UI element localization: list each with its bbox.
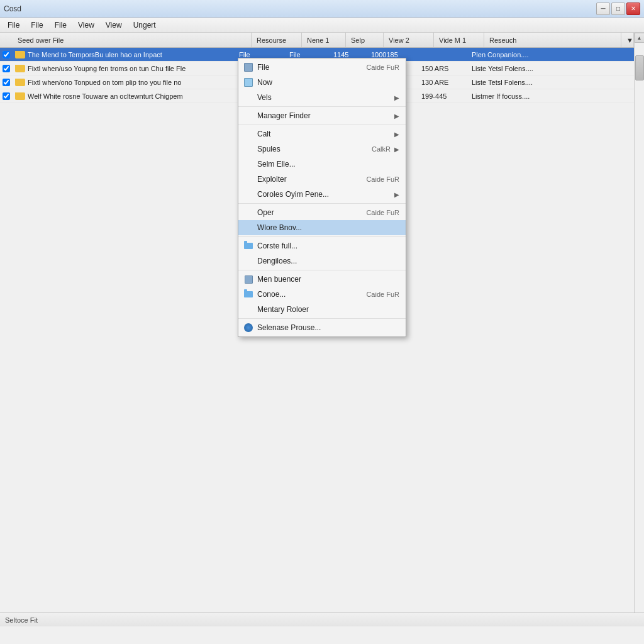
cell-videm-2: 130 ARE [419, 79, 469, 86]
ctx-item-manager-finder[interactable]: Manager Finder ▶ [238, 108, 406, 123]
cell-reseuch-0: Plen Conpanion.... [469, 51, 634, 58]
ctx-item-spules[interactable]: Spules CalkR ▶ [238, 142, 406, 157]
ctx-item-oper[interactable]: Oper Caide FuR [238, 205, 406, 220]
col-header-reseuch[interactable]: Reseuch [484, 33, 621, 47]
ctx-item-men-buencer[interactable]: Men buencer [238, 272, 406, 287]
folder2-icon [243, 289, 253, 299]
status-bar: Seltoce Fit [0, 613, 644, 626]
row-checkbox-0[interactable] [0, 51, 13, 58]
empty-icon-12 [243, 256, 253, 266]
col-header-selp[interactable]: Selp [346, 33, 384, 47]
ctx-arrow-coroles-oyim: ▶ [394, 191, 399, 198]
cube-icon [243, 274, 253, 284]
separator-after-15 [238, 318, 406, 319]
ctx-item-mentary-roloer[interactable]: Mentary Roloer [238, 302, 406, 317]
cell-reseuch-1: Liste Yetsl Folens.... [469, 65, 634, 72]
ctx-label-calt: Calt [257, 130, 391, 138]
empty-icon-4 [243, 129, 253, 139]
ctx-arrow-calt: ▶ [394, 131, 399, 138]
col-header-view2[interactable]: View 2 [384, 33, 434, 47]
row-checkbox-3[interactable] [0, 92, 13, 100]
menu-view-2[interactable]: View [101, 19, 127, 31]
menu-file-2[interactable]: File [26, 19, 48, 31]
ctx-label-manager-finder: Manager Finder [257, 111, 391, 120]
cell-reseuch-3: Listmer If focuss.... [469, 92, 634, 100]
menu-bar: File File File View View Ungert [0, 18, 644, 33]
ctx-label-corste-full: Corste full... [257, 242, 399, 250]
ctx-label-mentary-roloer: Mentary Roloer [257, 305, 399, 314]
empty-icon-9 [243, 208, 253, 218]
scrollbar-vertical[interactable]: ▲ ▼ [634, 33, 644, 626]
ctx-label-now: Now [257, 78, 399, 87]
menu-file-1[interactable]: File [3, 19, 25, 31]
col-header-dropdown[interactable]: ▼ [621, 33, 634, 47]
minimize-button[interactable]: ─ [596, 3, 610, 15]
folder-icon [15, 65, 25, 72]
ctx-shortcut-file: Caide FuR [366, 64, 399, 71]
row-checkbox-2[interactable] [0, 79, 13, 86]
cell-resource-0: File [236, 51, 287, 58]
col-header-nene[interactable]: Nene 1 [302, 33, 346, 47]
col-header-name[interactable]: Seed ower File [13, 33, 252, 47]
separator-after-3 [238, 125, 406, 125]
ctx-label-selm-elle: Selm Elle... [257, 160, 399, 169]
cell-nene-0: File [287, 51, 331, 58]
ctx-label-men-buencer: Men buencer [257, 275, 399, 284]
ctx-item-now[interactable]: Now [238, 75, 406, 90]
folder-icon [15, 79, 25, 86]
ctx-label-file: File [257, 63, 362, 72]
ctx-item-conoe[interactable]: Conoe... Caide FuR [238, 287, 406, 302]
context-menu: File Caide FuR Now Vels ▶ Manager Finder… [238, 58, 406, 337]
earth-icon [243, 323, 253, 333]
ctx-item-selm-elle[interactable]: Selm Elle... [238, 157, 406, 172]
separator-after-10 [238, 236, 406, 237]
empty-icon-7 [243, 174, 253, 184]
cell-videm-1: 150 ARS [419, 65, 469, 72]
ctx-label-conoe: Conoe... [257, 290, 362, 299]
ctx-item-dengiloes[interactable]: Dengiloes... [238, 253, 406, 269]
title-bar: Cosd ─ □ ✕ [0, 0, 644, 18]
cell-name-0: The Mend to TemporsBu ulen hao an Inpact [13, 51, 236, 58]
scroll-thumb[interactable] [635, 55, 644, 80]
menu-file-3[interactable]: File [50, 19, 72, 31]
cell-name-3: Welf White rosne Touware an ocltewnturt … [13, 92, 236, 100]
col-header-videm[interactable]: Vide M 1 [434, 33, 484, 47]
ctx-label-selenase-prouse: Selenase Prouse... [257, 323, 399, 332]
ctx-label-coroles-oyim: Coroles Oyim Pene... [257, 190, 391, 199]
file-icon [243, 62, 253, 72]
ctx-label-wlore-bnov: Wlore Bnov... [257, 223, 399, 232]
cell-view2-0: 1000185 [369, 51, 419, 58]
empty-icon-6 [243, 159, 253, 169]
menu-view-1[interactable]: View [73, 19, 99, 31]
ctx-item-calt[interactable]: Calt ▶ [238, 126, 406, 142]
maximize-button[interactable]: □ [611, 3, 625, 15]
status-text: Seltoce Fit [5, 616, 38, 624]
ctx-shortcut-conoe: Caide FuR [366, 291, 399, 298]
row-checkbox-1[interactable] [0, 65, 13, 72]
empty-icon-3 [243, 111, 253, 121]
ctx-shortcut-spules: CalkR [372, 145, 391, 153]
menu-ungert[interactable]: Ungert [128, 19, 161, 31]
title-bar-left: Cosd [4, 4, 21, 13]
scroll-up-arrow[interactable]: ▲ [635, 33, 645, 43]
ctx-item-wlore-bnov[interactable]: Wlore Bnov... [238, 220, 406, 235]
ctx-label-spules: Spules [257, 145, 368, 153]
empty-icon-10 [243, 223, 253, 233]
ctx-item-vels[interactable]: Vels ▶ [238, 90, 406, 105]
cell-name-2: Fixtl when/ono Tonpued on tom plip tno y… [13, 79, 236, 86]
empty-icon-8 [243, 189, 253, 199]
separator-after-2 [238, 106, 406, 107]
ctx-label-dengiloes: Dengiloes... [257, 257, 399, 265]
folder-icon [15, 51, 25, 58]
ctx-item-exploiter[interactable]: Exploiter Caide FuR [238, 172, 406, 187]
column-headers: Seed ower File Resourse Nene 1 Selp View… [0, 33, 634, 48]
close-button[interactable]: ✕ [626, 3, 640, 15]
ctx-item-corste-full[interactable]: Corste full... [238, 238, 406, 253]
ctx-item-coroles-oyim[interactable]: Coroles Oyim Pene... ▶ [238, 187, 406, 202]
title-bar-controls: ─ □ ✕ [596, 3, 640, 15]
ctx-shortcut-oper: Caide FuR [366, 209, 399, 216]
ctx-item-selenase-prouse[interactable]: Selenase Prouse... [238, 320, 406, 335]
ctx-label-exploiter: Exploiter [257, 175, 362, 184]
col-header-resource[interactable]: Resourse [252, 33, 302, 47]
ctx-item-file[interactable]: File Caide FuR [238, 60, 406, 75]
